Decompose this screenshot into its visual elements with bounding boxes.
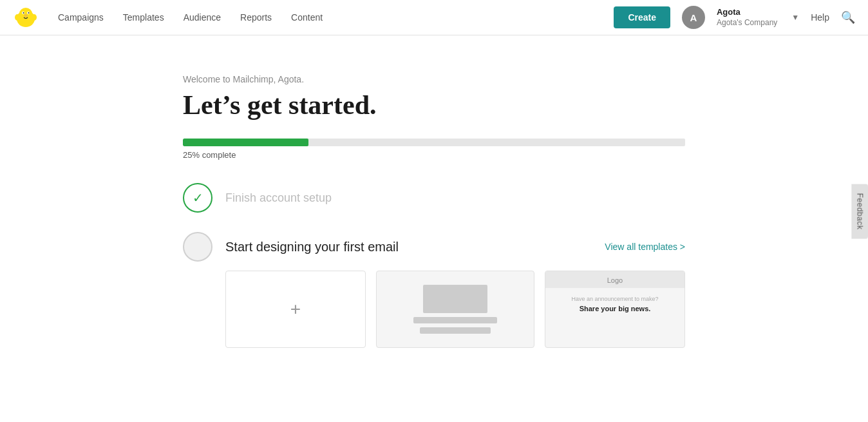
- welcome-text: Welcome to Mailchimp, Agota.: [183, 74, 685, 84]
- plus-icon: +: [290, 299, 301, 320]
- main-content: Welcome to Mailchimp, Agota. Let’s get s…: [80, 35, 788, 393]
- svg-point-6: [24, 14, 28, 17]
- navbar: Campaigns Templates Audience Reports Con…: [0, 0, 868, 35]
- nav-campaigns[interactable]: Campaigns: [58, 12, 104, 23]
- svg-point-1: [19, 8, 32, 19]
- layout-block-image: [423, 285, 487, 313]
- nav-links: Campaigns Templates Audience Reports Con…: [58, 12, 614, 23]
- step-1-label: Finish account setup: [225, 191, 332, 205]
- create-button[interactable]: Create: [614, 6, 670, 28]
- user-info[interactable]: Agota Agota's Company: [717, 7, 777, 28]
- template-announcement-headline: Share your big news.: [571, 304, 658, 313]
- template-card-announcement[interactable]: Logo Have an announcement to make? Share…: [545, 271, 685, 348]
- nav-templates[interactable]: Templates: [123, 12, 164, 23]
- user-dropdown-arrow[interactable]: ▼: [791, 13, 799, 22]
- nav-audience[interactable]: Audience: [184, 12, 221, 23]
- nav-reports[interactable]: Reports: [240, 12, 272, 23]
- progress-label: 25% complete: [183, 150, 685, 160]
- navbar-right: Create A Agota Agota's Company ▼ Help 🔍: [614, 6, 855, 29]
- checkmark-icon: ✓: [193, 190, 203, 206]
- step-first-email[interactable]: Start designing your first email View al…: [183, 232, 685, 348]
- help-link[interactable]: Help: [811, 12, 829, 23]
- layout-block-text-1: [413, 317, 497, 323]
- step-2-label: Start designing your first email: [225, 240, 399, 254]
- template-tagline: Have an announcement to make?: [571, 296, 658, 302]
- svg-point-8: [32, 14, 37, 21]
- template-logo-bar: Logo: [545, 271, 684, 288]
- avatar[interactable]: A: [682, 6, 705, 29]
- view-all-templates-link[interactable]: View all templates >: [605, 242, 685, 252]
- step-icon-completed: ✓: [183, 183, 212, 213]
- progress-bar-fill: [183, 139, 308, 146]
- layout-block-text-2: [420, 327, 491, 334]
- progress-container: 25% complete: [183, 139, 685, 160]
- page-headline: Let’s get started.: [183, 90, 685, 120]
- step-account-setup[interactable]: ✓ Finish account setup: [183, 183, 685, 213]
- template-announcement-body: Have an announcement to make? Share your…: [562, 288, 667, 313]
- progress-bar-track: [183, 139, 685, 146]
- template-card-blank[interactable]: +: [225, 271, 366, 348]
- feedback-tab[interactable]: Feedback: [852, 184, 868, 238]
- user-name: Agota: [717, 7, 777, 18]
- svg-point-4: [23, 12, 24, 14]
- mailchimp-logo[interactable]: [13, 5, 39, 30]
- nav-content[interactable]: Content: [291, 12, 323, 23]
- steps-section: ✓ Finish account setup Start designing y…: [183, 183, 685, 348]
- svg-point-7: [15, 14, 20, 21]
- search-button[interactable]: 🔍: [841, 10, 855, 24]
- step-icon-pending: [183, 232, 212, 262]
- template-card-layout[interactable]: [376, 271, 534, 348]
- user-company: Agota's Company: [717, 18, 777, 28]
- svg-point-5: [28, 12, 30, 14]
- templates-cards: + Logo Have an announcement to make? Sha…: [225, 271, 685, 348]
